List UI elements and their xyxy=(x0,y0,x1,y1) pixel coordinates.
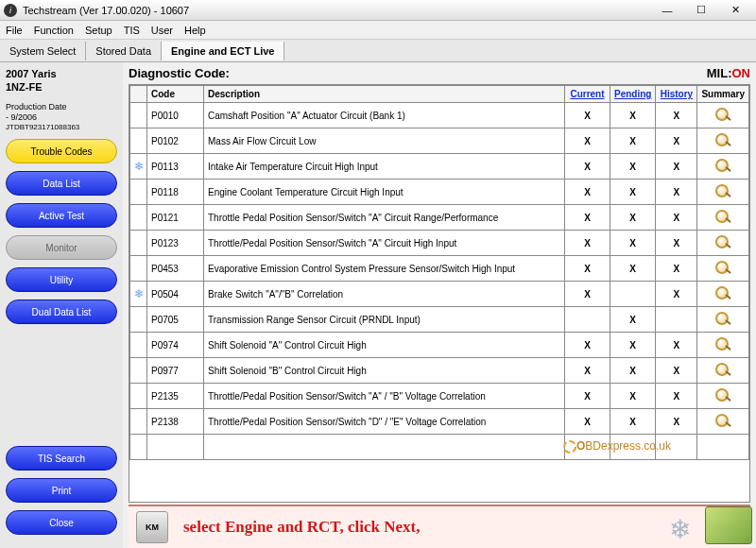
magnifier-icon[interactable] xyxy=(713,312,732,325)
magnifier-icon[interactable] xyxy=(713,210,732,223)
menu-file[interactable]: File xyxy=(6,25,23,36)
cell-summary[interactable] xyxy=(697,358,749,384)
menu-function[interactable]: Function xyxy=(34,25,74,36)
monitor-button[interactable]: Monitor xyxy=(6,235,117,260)
magnifier-icon[interactable] xyxy=(713,108,732,121)
instruction-text: select Engine and RCT, click Next, xyxy=(183,518,420,537)
col-pending[interactable]: Pending xyxy=(610,86,655,103)
cell-current xyxy=(564,307,610,333)
cell-description: Evaporative Emission Control System Pres… xyxy=(204,256,565,282)
cell-code: P0977 xyxy=(147,358,204,384)
cell-history xyxy=(656,307,697,333)
table-row[interactable]: P0102Mass Air Flow Circuit LowXXX xyxy=(130,128,749,154)
production-date-value: - 9/2006 xyxy=(6,112,117,122)
cell-summary[interactable] xyxy=(697,128,749,154)
magnifier-icon[interactable] xyxy=(713,133,732,146)
table-row[interactable]: P0453Evaporative Emission Control System… xyxy=(130,256,749,282)
snowflake-decor-icon: ❄ xyxy=(669,514,697,542)
table-row[interactable]: P0974Shift Solenoid "A" Control Circuit … xyxy=(130,333,749,358)
trouble-codes-button[interactable]: Trouble Codes xyxy=(6,139,117,163)
close-button[interactable]: Close xyxy=(6,510,117,535)
data-list-button[interactable]: Data List xyxy=(6,171,117,196)
cell-description: Shift Solenoid "B" Control Circuit High xyxy=(204,358,565,384)
table-row[interactable]: P2138Throttle/Pedal Position Sensor/Swit… xyxy=(130,409,749,435)
table-row[interactable]: P0121Throttle Pedal Position Sensor/Swit… xyxy=(130,205,749,231)
cell-summary[interactable] xyxy=(697,231,749,256)
magnifier-icon[interactable] xyxy=(713,184,732,197)
menu-tis[interactable]: TIS xyxy=(124,25,140,36)
magnifier-icon[interactable] xyxy=(713,261,732,274)
cell-summary[interactable] xyxy=(697,103,749,128)
cell-current: X xyxy=(564,205,610,231)
cell-history: X xyxy=(656,180,697,205)
dual-data-list-button[interactable]: Dual Data List xyxy=(6,300,117,324)
magnifier-icon[interactable] xyxy=(713,235,732,248)
cell-summary[interactable] xyxy=(697,180,749,205)
magnifier-icon[interactable] xyxy=(713,414,732,427)
table-row[interactable]: ❄P0504Brake Switch "A"/"B" CorrelationXX xyxy=(130,282,749,307)
maximize-button[interactable]: ☐ xyxy=(684,1,718,20)
utility-button[interactable]: Utility xyxy=(6,267,117,292)
print-button[interactable]: Print xyxy=(6,478,117,503)
magnifier-icon[interactable] xyxy=(713,363,732,376)
col-description[interactable]: Description xyxy=(204,86,565,103)
menu-user[interactable]: User xyxy=(151,25,173,36)
cell-code: P0113 xyxy=(147,154,204,180)
cell-summary[interactable] xyxy=(697,282,749,307)
tab-strip: System Select Stored Data Engine and ECT… xyxy=(0,40,756,62)
magnifier-icon[interactable] xyxy=(713,286,732,300)
cell-summary[interactable] xyxy=(697,154,749,180)
cell-summary[interactable] xyxy=(697,205,749,231)
table-row[interactable]: P2135Throttle/Pedal Position Sensor/Swit… xyxy=(130,384,749,409)
cell-code: P0504 xyxy=(147,282,204,307)
table-row[interactable]: P0010Camshaft Position "A" Actuator Circ… xyxy=(130,103,749,128)
cell-code: P2135 xyxy=(147,384,204,409)
cell-description: Throttle/Pedal Position Sensor/Switch "D… xyxy=(204,409,565,435)
cell-code: P0121 xyxy=(147,205,204,231)
diagnostic-heading: Diagnostic Code: xyxy=(129,66,230,80)
tis-search-button[interactable]: TIS Search xyxy=(6,446,117,471)
corner-button[interactable] xyxy=(705,506,752,544)
table-row[interactable]: P0977Shift Solenoid "B" Control Circuit … xyxy=(130,358,749,384)
col-code[interactable]: Code xyxy=(147,86,204,103)
magnifier-icon[interactable] xyxy=(713,388,732,402)
cell-summary[interactable] xyxy=(697,256,749,282)
tab-stored-data[interactable]: Stored Data xyxy=(86,42,162,60)
cell-code: P0453 xyxy=(147,256,204,282)
tab-engine-ect-live[interactable]: Engine and ECT Live xyxy=(162,42,284,60)
col-history[interactable]: History xyxy=(656,86,697,103)
cell-description: Shift Solenoid "A" Control Circuit High xyxy=(204,333,565,358)
cell-current: X xyxy=(564,154,610,180)
magnifier-icon[interactable] xyxy=(713,159,732,172)
cell-history: X xyxy=(656,154,697,180)
cell-current xyxy=(564,435,610,460)
cell-pending: X xyxy=(610,256,655,282)
cell-summary[interactable] xyxy=(697,333,749,358)
cell-code: P0123 xyxy=(147,231,204,256)
table-row[interactable]: ❄P0113Intake Air Temperature Circuit Hig… xyxy=(130,154,749,180)
dtc-table-container[interactable]: Code Description Current Pending History… xyxy=(129,84,750,503)
tab-system-select[interactable]: System Select xyxy=(0,42,86,60)
cell-current: X xyxy=(564,384,610,409)
close-window-button[interactable]: ✕ xyxy=(718,1,752,20)
freeze-frame-icon xyxy=(130,128,147,154)
table-row[interactable]: P0123Throttle/Pedal Position Sensor/Swit… xyxy=(130,231,749,256)
magnifier-icon[interactable] xyxy=(713,337,732,351)
hint-icon: KM xyxy=(136,511,168,543)
cell-history: X xyxy=(656,358,697,384)
cell-pending: X xyxy=(610,307,655,333)
table-row[interactable]: P0118Engine Coolant Temperature Circuit … xyxy=(130,180,749,205)
window-controls: — ☐ ✕ xyxy=(650,1,752,20)
table-row[interactable] xyxy=(130,435,749,460)
cell-summary[interactable] xyxy=(697,307,749,333)
active-test-button[interactable]: Active Test xyxy=(6,203,117,228)
minimize-button[interactable]: — xyxy=(650,1,684,20)
menu-help[interactable]: Help xyxy=(184,25,206,36)
cell-summary[interactable] xyxy=(697,409,749,435)
col-current[interactable]: Current xyxy=(564,86,610,103)
cell-summary[interactable] xyxy=(697,435,749,460)
menu-setup[interactable]: Setup xyxy=(85,25,112,36)
cell-code: P0118 xyxy=(147,180,204,205)
table-row[interactable]: P0705Transmission Range Sensor Circuit (… xyxy=(130,307,749,333)
cell-summary[interactable] xyxy=(697,384,749,409)
